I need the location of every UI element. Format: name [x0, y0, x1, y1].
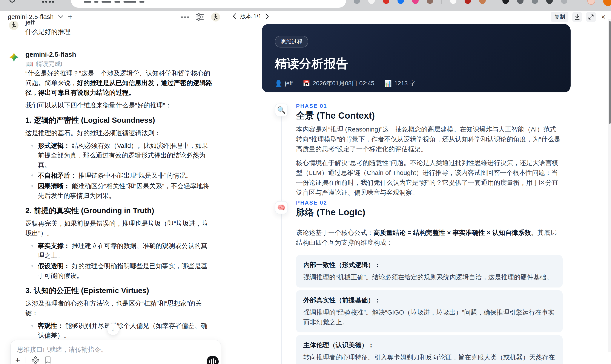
paragraph: 逻辑再完美，如果前提是错误的，推理也是垃圾（即“垃圾进，垃圾出”）。 [25, 219, 213, 238]
word-count: 1213 字 [394, 79, 415, 88]
extension-icons [354, 0, 567, 4]
download-button[interactable] [572, 12, 582, 22]
report-badge: 思维过程 [275, 36, 308, 48]
word-count-icon: 📊 [384, 80, 392, 87]
extension-icon[interactable] [465, 0, 471, 4]
bookmark-icon[interactable] [45, 356, 51, 364]
phase-label: PHASE 02 [296, 199, 563, 206]
address-bar[interactable] [71, 0, 346, 8]
phase-2-section: PHASE 02 脉络 (The Logic) 该论述基于一个核心公式：高质量结… [296, 199, 563, 364]
calendar-icon: 📅 [303, 80, 310, 87]
dimension-title: 主体伦理（认识美德）： [303, 341, 555, 349]
toolbar-separator [441, 0, 442, 4]
magnifier-icon: 🔍 [275, 104, 288, 117]
close-icon[interactable]: × [600, 13, 607, 21]
paragraph: 这是推理的基石。好的推理必须遵循逻辑法则： [25, 128, 213, 138]
chevron-right-icon[interactable] [265, 13, 269, 20]
bullet-list: 事实支撑： 推理建立在可靠的数据、准确的观测或公认的真理之上。假设透明： 好的推… [25, 241, 213, 280]
user-message: 什么是好的推理 [25, 27, 70, 36]
extension-icon[interactable] [427, 0, 433, 4]
extension-icon[interactable] [383, 0, 389, 4]
status-text: 精读完成! [36, 60, 62, 68]
chat-input[interactable]: 思维接口已就绪，请传输指令。 [17, 345, 107, 354]
browser-reload-icon[interactable] [10, 0, 15, 3]
extension-icon[interactable] [517, 0, 523, 4]
assistant-name: gemini-2.5-flash [25, 51, 76, 58]
extension-icon[interactable] [450, 0, 456, 4]
preview-toolbar: 版本 1/1 复制 × [226, 11, 611, 23]
paragraph: 这涉及推理者的心态和方法论，也是区分“杠精”和“思想家”的关键： [25, 299, 213, 318]
report-paragraph: 核心情境在于解决“思考的随意性”问题。不论是人类通过批判性思维进行决策，还是大语… [296, 158, 563, 197]
dimension-title: 外部真实性（前提基础）： [303, 296, 555, 304]
phase-title: 全景 (The Context) [296, 110, 563, 121]
scroll-to-bottom-button[interactable]: ↓ [107, 323, 119, 335]
assistant-message-body: “什么是好的推理？”这是一个涉及逻辑学、认知科学和哲学核心的问题。简单来说，好的… [25, 68, 213, 364]
chat-input-box[interactable]: 思维接口已就绪，请传输指令。 + [10, 340, 221, 364]
chat-panel: gemini-2.5-flash + [0, 11, 226, 364]
paragraph: 我们可以从以下四个维度来衡量什么是“好的推理”： [25, 100, 213, 110]
bullet-list: 形式逻辑： 结构必须有效（Valid）。比如演绎推理中，如果前提全部为真，那么通… [25, 141, 213, 200]
chevron-down-icon[interactable] [58, 15, 63, 18]
expand-fullscreen-button[interactable] [586, 12, 596, 22]
assistant-status: 📖 精读完成! [25, 60, 62, 68]
version-navigator: 版本 1/1 [232, 13, 269, 20]
apps-grid-icon[interactable] [42, 0, 54, 3]
section-heading: 2. 前提的真实性 (Grounding in Truth) [25, 206, 213, 216]
browser-profile-avatar[interactable] [587, 0, 595, 5]
extension-icon[interactable] [479, 0, 486, 4]
chevron-left-icon[interactable] [232, 13, 236, 20]
dimension-body: 强调推理的“机械正确”。结论必须在给定的规则系统内逻辑自洽，这是推理的硬件基础。 [303, 272, 555, 282]
scrollbar[interactable] [608, 19, 611, 352]
extension-icon[interactable] [368, 0, 375, 4]
toolbar-separator [494, 0, 494, 4]
scrollbar-thumb[interactable] [609, 21, 611, 124]
copy-button[interactable]: 复制 [551, 12, 569, 22]
author-icon: 👤 [275, 80, 282, 87]
new-chat-button[interactable]: + [68, 13, 72, 21]
dimension-box: 内部一致性（形式逻辑）：强调推理的“机械正确”。结论必须在给定的规则系统内逻辑自… [296, 255, 563, 287]
bullet-item: 不自相矛盾： 推理链条中不能出现“既是又非”的情况。 [25, 171, 213, 180]
dimension-box: 外部真实性（前提基础）：强调推理的“经验校准”。解决“GIGO（垃圾进，垃圾出）… [296, 290, 563, 332]
phase-timeline [281, 104, 282, 364]
toolbar-separator [26, 357, 26, 363]
section-heading: 1. 逻辑的严密性 (Logical Soundness) [25, 115, 213, 125]
arrow-down-icon: ↓ [112, 325, 115, 333]
extension-icon[interactable] [412, 0, 419, 4]
bullet-item: 因果清晰： 能准确区分“相关性”和“因果关系”，不会轻率地将先后发生的事情归为因… [25, 181, 213, 200]
report-date: 2026年01月08日 02:45 [313, 79, 374, 88]
attach-plus-button[interactable]: + [15, 356, 20, 364]
extension-icon[interactable] [546, 0, 553, 4]
extension-icon[interactable] [561, 0, 567, 4]
dimension-body: 强调推理的“经验校准”。解决“GIGO（垃圾进，垃圾出）”问题，确保推理引擎运行… [303, 308, 555, 327]
extension-icon[interactable] [354, 0, 360, 4]
phase-lead-paragraph: 该论述基于一个核心公式：高质量结论 = 结构完整性 × 事实准确性 × 认知自律… [296, 228, 563, 247]
app-window: gemini-2.5-flash + [0, 0, 611, 364]
sliders-icon[interactable] [196, 13, 204, 21]
extension-icon[interactable] [503, 0, 509, 4]
extension-icon[interactable] [532, 0, 538, 4]
paragraph: “什么是好的推理？”这是一个涉及逻辑学、认知科学和哲学核心的问题。简单来说，好的… [25, 68, 213, 97]
preview-panel: 版本 1/1 复制 × 思 [226, 11, 611, 364]
plugins-diamond-icon[interactable] [32, 356, 39, 364]
bullet-item: 形式逻辑： 结构必须有效（Valid）。比如演绎推理中，如果前提全部为真，那么通… [25, 141, 213, 170]
bullet-item: 假设透明： 好的推理会明确指明哪些是已知事实，哪些是基于可能的假设。 [25, 261, 213, 280]
report-paragraph: 本内容是对“推理 (Reasoning)”这一抽象概念的高层建模。在知识爆炸与人… [296, 124, 563, 154]
extension-icon[interactable] [398, 0, 404, 4]
user-avatar[interactable]: 🏃 [211, 13, 220, 22]
bullet-item: 事实支撑： 推理建立在可靠的数据、准确的观测或公认的真理之上。 [25, 241, 213, 260]
user-name: jeff [25, 19, 35, 26]
dimension-body: 转向推理者的心理特征。引入奥卡姆剃刀和反向论证，旨在克服人类（或机器）天然存在的… [303, 352, 555, 364]
report-header-card: 思维过程 精读分析报告 👤jeff 📅2026年01月08日 02:45 📊12… [262, 24, 571, 92]
phase-label: PHASE 01 [296, 103, 563, 109]
voice-input-button[interactable] [207, 356, 219, 364]
url-text-fragment [84, 1, 145, 3]
browser-edge-icon[interactable] [603, 0, 611, 6]
avatar: 🏃 [9, 21, 18, 30]
more-options-icon[interactable] [181, 16, 189, 18]
dimension-title: 内部一致性（形式逻辑）： [303, 261, 555, 269]
section-heading: 3. 认知的公正性 (Epistemic Virtues) [25, 286, 213, 296]
report-title: 精读分析报告 [275, 56, 558, 72]
report-meta: 👤jeff 📅2026年01月08日 02:45 📊1213 字 [275, 79, 558, 88]
brain-icon: 🧠 [275, 201, 288, 214]
dimension-box: 主体伦理（认识美德）：转向推理者的心理特征。引入奥卡姆剃刀和反向论证，旨在克服人… [296, 335, 563, 364]
